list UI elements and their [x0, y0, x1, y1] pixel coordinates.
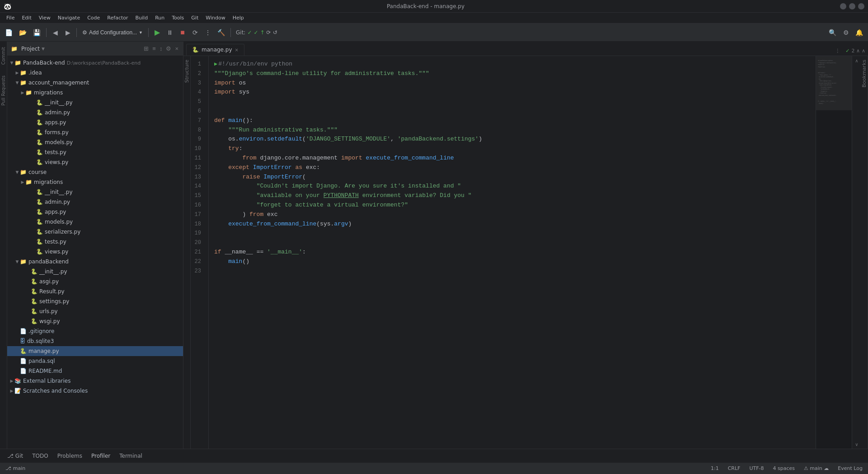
- tree-item-tests1[interactable]: 🐍 tests.py: [7, 147, 183, 157]
- run-config-dropdown[interactable]: ⚙ Add Configuration... ▼: [80, 26, 145, 39]
- tree-item-tests2[interactable]: 🐍 tests.py: [7, 237, 183, 247]
- menu-run[interactable]: Run: [152, 14, 167, 22]
- run-button[interactable]: ▶: [152, 26, 163, 39]
- build-button[interactable]: 🔨: [215, 26, 227, 39]
- scroll-down-button[interactable]: ∨: [852, 440, 861, 449]
- tree-item-serializers[interactable]: 🐍 serializers.py: [7, 227, 183, 237]
- commit-tab[interactable]: Commit: [0, 45, 7, 66]
- tree-item-asgi[interactable]: 🐍 asgi.py: [7, 277, 183, 286]
- more-run-button[interactable]: ⋮: [202, 26, 213, 39]
- coverage-button[interactable]: ⟳: [190, 26, 201, 39]
- cursor-position[interactable]: 1:1: [709, 465, 721, 472]
- menu-window[interactable]: Window: [203, 14, 228, 22]
- minimize-button[interactable]: −: [840, 3, 846, 9]
- tree-item-gitignore[interactable]: 📄 .gitignore: [7, 326, 183, 336]
- tree-item-admin1[interactable]: 🐍 admin.py: [7, 108, 183, 117]
- pull-requests-tab[interactable]: Pull Requests: [0, 74, 7, 108]
- tree-item-scratches[interactable]: ▶ 📝 Scratches and Consoles: [7, 386, 183, 396]
- line-count-badge[interactable]: ✓ 2 ∧ ∧: [845, 48, 865, 54]
- tree-item-result[interactable]: 🐍 Result.py: [7, 286, 183, 296]
- notifications-button[interactable]: 🔔: [853, 26, 865, 39]
- tab-manage-py[interactable]: 🐍 manage.py ×: [186, 44, 244, 56]
- menu-refactor[interactable]: Refactor: [104, 14, 131, 22]
- pause-button[interactable]: ⏸: [164, 26, 175, 39]
- tree-item-db[interactable]: 🗄 db.sqlite3: [7, 336, 183, 346]
- open-button[interactable]: 📂: [17, 26, 29, 39]
- new-file-button[interactable]: 📄: [3, 26, 15, 39]
- bottom-tab-git[interactable]: ⎇ Git: [4, 451, 27, 460]
- tree-item-models1[interactable]: 🐍 models.py: [7, 137, 183, 147]
- branch-warning[interactable]: ⚠ main ☁: [802, 465, 830, 472]
- tree-item-migrations2[interactable]: ▶ 📁 migrations: [7, 177, 183, 187]
- forms1-label: forms.py: [45, 129, 69, 136]
- structure-label[interactable]: Structure: [184, 60, 190, 83]
- tree-item-views1[interactable]: 🐍 views.py: [7, 157, 183, 167]
- structure-panel[interactable]: Structure: [183, 56, 191, 449]
- back-button[interactable]: ◀: [50, 26, 61, 39]
- tree-item-init3[interactable]: 🐍 __init__.py: [7, 267, 183, 277]
- tree-item-forms1[interactable]: 🐍 forms.py: [7, 127, 183, 137]
- git-check-2: ✓: [253, 29, 258, 36]
- menu-view[interactable]: View: [36, 14, 53, 22]
- tree-item-pandaback-root[interactable]: ▼ 📁 PandaBack-end D:\workspace\PandaBack…: [7, 58, 183, 68]
- collapse-all-button[interactable]: ≡: [151, 44, 157, 53]
- scroll-up-button[interactable]: ∧: [852, 56, 861, 65]
- tree-item-panda-sql[interactable]: 📄 panda.sql: [7, 356, 183, 366]
- tree-item-models2[interactable]: 🐍 models.py: [7, 217, 183, 227]
- settings-button[interactable]: ⚙: [840, 26, 851, 39]
- charset-status[interactable]: UTF-8: [747, 465, 765, 472]
- menu-edit[interactable]: Edit: [19, 14, 34, 22]
- extlib-label: External Libraries: [23, 378, 70, 384]
- bottom-tab-problems[interactable]: Problems: [54, 451, 86, 460]
- bottom-tab-profiler[interactable]: Profiler: [88, 451, 114, 460]
- account-label: account_management: [28, 80, 89, 86]
- save-button[interactable]: 💾: [31, 26, 43, 39]
- tree-item-manage[interactable]: 🐍 manage.py: [7, 346, 183, 356]
- maximize-button[interactable]: □: [849, 3, 855, 9]
- bottom-tab-terminal[interactable]: Terminal: [116, 451, 146, 460]
- tree-item-views2[interactable]: 🐍 views.py: [7, 247, 183, 257]
- forward-button[interactable]: ▶: [62, 26, 73, 39]
- tree-item-settings[interactable]: 🐍 settings.py: [7, 296, 183, 306]
- tree-item-apps2[interactable]: 🐍 apps.py: [7, 207, 183, 217]
- tree-item-wsgi[interactable]: 🐍 wsgi.py: [7, 316, 183, 326]
- tree-item-ext-libs[interactable]: ▶ 📚 External Libraries: [7, 376, 183, 386]
- tree-item-idea[interactable]: ▶ 📁 .idea: [7, 68, 183, 78]
- tree-item-migrations1[interactable]: ▶ 📁 migrations: [7, 88, 183, 98]
- tree-item-account-mgmt[interactable]: ▼ 📁 account_management: [7, 78, 183, 88]
- menu-navigate[interactable]: Navigate: [55, 14, 83, 22]
- tree-item-course[interactable]: ▼ 📁 course: [7, 167, 183, 177]
- menu-git[interactable]: Git: [188, 14, 201, 22]
- tree-item-readme[interactable]: 📄 README.md: [7, 366, 183, 376]
- git-branch-status[interactable]: ⎇ main: [4, 465, 27, 472]
- close-button[interactable]: ✕: [858, 3, 864, 9]
- bookmarks-label[interactable]: Bookmarks: [861, 60, 867, 87]
- close-panel-button[interactable]: ×: [174, 44, 179, 53]
- menu-tools[interactable]: Tools: [169, 14, 187, 22]
- menu-help[interactable]: Help: [230, 14, 247, 22]
- code-container[interactable]: 1 2 3 4 5 6 7 8 9 10 11 12 13 14 15 16 1: [191, 56, 816, 449]
- tree-item-pandabackend[interactable]: ▼ 📁 pandaBackend: [7, 257, 183, 267]
- tree-item-urls[interactable]: 🐍 urls.py: [7, 306, 183, 316]
- tree-item-apps1[interactable]: 🐍 apps.py: [7, 117, 183, 127]
- event-log[interactable]: Event Log: [836, 465, 864, 472]
- stop-button[interactable]: ■: [177, 26, 188, 39]
- bottom-tab-todo[interactable]: TODO: [28, 451, 52, 460]
- menu-build[interactable]: Build: [133, 14, 151, 22]
- sort-button[interactable]: ↕: [159, 44, 164, 53]
- tree-item-init2[interactable]: 🐍 __init__.py: [7, 187, 183, 197]
- scope-button[interactable]: ⊞: [143, 44, 150, 53]
- project-chevron[interactable]: ▼: [42, 47, 45, 51]
- settings-panel-button[interactable]: ⚙: [165, 44, 172, 53]
- menu-file[interactable]: File: [4, 14, 17, 22]
- tab-more-button[interactable]: ⋮: [835, 48, 840, 54]
- indent-status[interactable]: 4 spaces: [771, 465, 797, 472]
- line-separator-status[interactable]: CRLF: [726, 465, 742, 472]
- tree-item-init1[interactable]: 🐍 __init__.py: [7, 98, 183, 108]
- bookmarks-panel[interactable]: Bookmarks: [861, 56, 868, 449]
- tree-item-admin2[interactable]: 🐍 admin.py: [7, 197, 183, 207]
- search-everywhere-button[interactable]: 🔍: [826, 26, 839, 39]
- tab-close-btn[interactable]: ×: [235, 47, 239, 52]
- code-editor[interactable]: ▶#!/usr/bin/env python """Django's comma…: [209, 56, 816, 449]
- menu-code[interactable]: Code: [84, 14, 103, 22]
